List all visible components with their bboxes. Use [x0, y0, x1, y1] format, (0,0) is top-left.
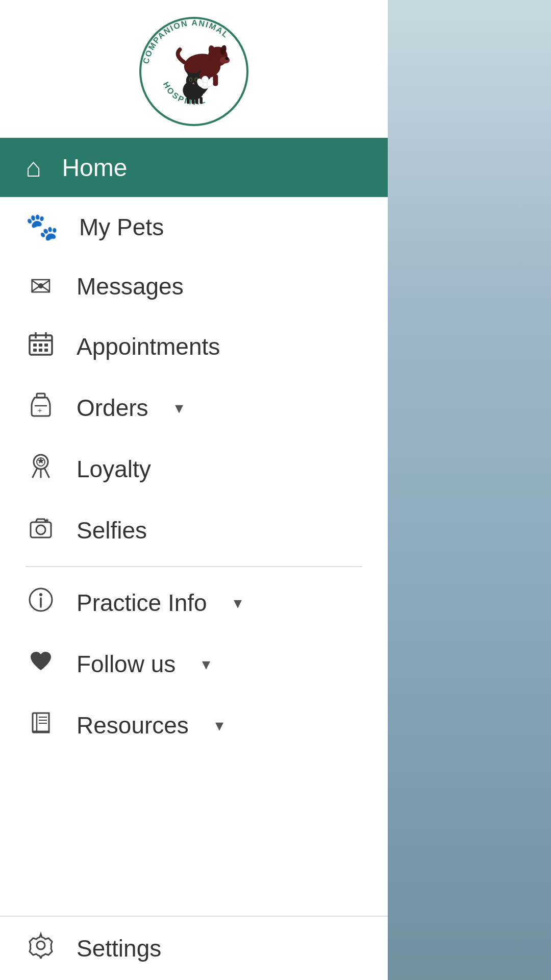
svg-text:+: + [38, 406, 42, 414]
navigation-drawer: COMPANION ANIMAL HOSPITAL [0, 0, 388, 980]
svg-rect-25 [199, 97, 203, 104]
nav-item-selfies[interactable]: Selfies [0, 500, 388, 561]
svg-rect-23 [191, 97, 194, 104]
camera-star-icon [26, 514, 56, 547]
calendar-icon [26, 330, 56, 363]
nav-item-resources[interactable]: Resources ▾ [0, 695, 388, 756]
nav-item-orders[interactable]: + Orders ▾ [0, 377, 388, 438]
nav-divider [26, 566, 362, 567]
follow-us-arrow-icon: ▾ [202, 654, 210, 674]
nav-item-messages[interactable]: ✉ Messages [0, 257, 388, 316]
svg-rect-12 [213, 74, 218, 86]
info-circle-icon [26, 586, 56, 619]
logo-area: COMPANION ANIMAL HOSPITAL [0, 0, 388, 138]
nav-spacer [0, 756, 388, 916]
svg-rect-39 [44, 349, 48, 352]
svg-point-19 [190, 78, 191, 81]
nav-item-loyalty[interactable]: Loyalty [0, 438, 388, 500]
svg-rect-38 [39, 349, 42, 352]
svg-line-46 [45, 469, 49, 477]
svg-rect-22 [187, 97, 190, 104]
nav-item-follow-us[interactable]: Follow us ▾ [0, 633, 388, 695]
svg-point-8 [226, 57, 229, 60]
app-logo: COMPANION ANIMAL HOSPITAL [138, 15, 250, 128]
practice-info-arrow-icon: ▾ [234, 593, 242, 612]
home-icon: ⌂ [26, 152, 41, 183]
nav-item-practice-info[interactable]: Practice Info ▾ [0, 572, 388, 633]
heart-icon [26, 648, 56, 680]
resources-arrow-icon: ▾ [215, 716, 223, 735]
svg-point-49 [36, 525, 45, 534]
nav-item-home[interactable]: ⌂ Home [0, 138, 388, 197]
svg-rect-34 [33, 344, 37, 347]
svg-rect-36 [44, 344, 48, 347]
svg-point-51 [39, 593, 42, 596]
nav-item-appointments[interactable]: Appointments [0, 316, 388, 377]
paw-icon: 🐾 [26, 211, 59, 242]
svg-rect-37 [33, 349, 37, 352]
nav-item-my-pets[interactable]: 🐾 My Pets [0, 197, 388, 257]
bottle-icon: + [26, 391, 56, 424]
svg-point-20 [195, 78, 197, 81]
background-ocean [378, 0, 551, 980]
svg-rect-35 [39, 344, 42, 347]
orders-arrow-icon: ▾ [175, 398, 183, 418]
gear-icon [26, 932, 56, 965]
envelope-icon: ✉ [26, 271, 56, 302]
svg-line-45 [33, 469, 37, 477]
svg-rect-24 [195, 97, 198, 104]
svg-point-58 [37, 941, 45, 949]
book-icon [26, 709, 56, 742]
nav-item-settings[interactable]: Settings [0, 917, 388, 980]
loyalty-icon [26, 453, 56, 485]
